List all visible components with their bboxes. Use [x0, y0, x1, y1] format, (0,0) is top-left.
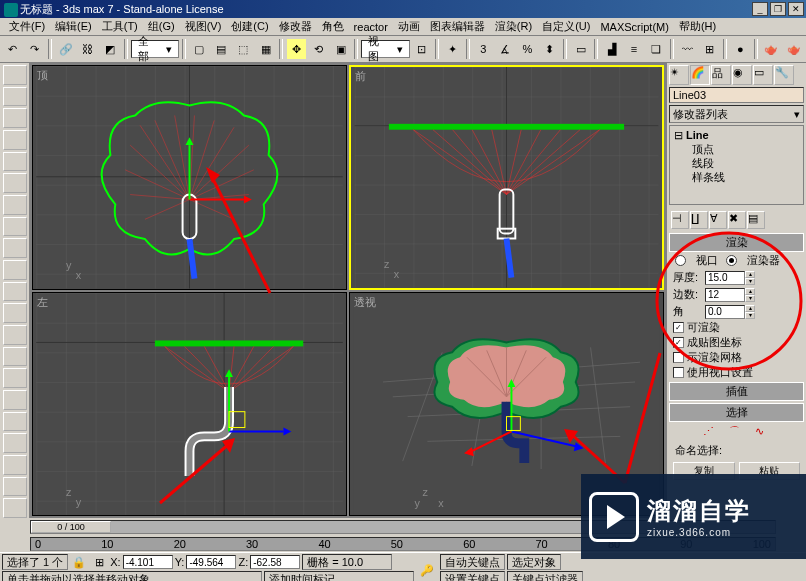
spring-icon[interactable] — [3, 238, 27, 258]
motor-icon[interactable] — [3, 282, 27, 302]
render-scene-button[interactable]: 🫖 — [761, 38, 782, 60]
time-thumb[interactable]: 0 / 100 — [31, 521, 111, 533]
configure-icon[interactable]: ▤ — [747, 211, 765, 229]
remove-mod-icon[interactable]: ✖ — [728, 211, 746, 229]
viewport-front[interactable]: 前 xz — [349, 65, 664, 290]
sel-set-combo[interactable]: 选定对象 — [507, 554, 561, 570]
toy-icon[interactable] — [3, 325, 27, 345]
viewport-top[interactable]: 顶 x y — [32, 65, 347, 290]
align-button[interactable]: ≡ — [623, 38, 644, 60]
sides-down[interactable]: ▾ — [745, 295, 755, 302]
key-mode-icon[interactable]: 🔑 — [416, 556, 438, 582]
subobject-icons[interactable]: ⋰ ⌒ ∿ — [669, 422, 804, 441]
autokey-button[interactable]: 自动关键点 — [440, 554, 505, 570]
select-region-button[interactable]: ⬚ — [233, 38, 254, 60]
menu-view[interactable]: 视图(V) — [180, 19, 227, 34]
spinner-snap-button[interactable]: ⬍ — [539, 38, 560, 60]
tab-display-icon[interactable]: ▭ — [753, 65, 773, 85]
material-button[interactable]: ● — [730, 38, 751, 60]
z-field[interactable] — [250, 555, 300, 569]
move-button[interactable]: ✥ — [286, 38, 307, 60]
chk-renderable[interactable]: ✓ — [673, 322, 684, 333]
mesh-icon[interactable] — [3, 195, 27, 215]
rope-icon[interactable] — [3, 173, 27, 193]
menu-reactor[interactable]: reactor — [349, 21, 393, 33]
rotate-button[interactable]: ⟲ — [308, 38, 329, 60]
menu-customize[interactable]: 自定义(U) — [537, 19, 595, 34]
restore-button[interactable]: ❐ — [770, 2, 786, 16]
pin-stack-icon[interactable]: ⊣ — [671, 211, 689, 229]
layers-button[interactable]: ❏ — [645, 38, 666, 60]
thickness-field[interactable] — [705, 271, 745, 285]
ragdoll-icon[interactable] — [3, 412, 27, 432]
angle-field[interactable] — [705, 305, 745, 319]
menu-character[interactable]: 角色 — [317, 19, 349, 34]
water-icon[interactable] — [3, 368, 27, 388]
prismatic-icon[interactable] — [3, 477, 27, 497]
object-name-field[interactable]: Line03 — [669, 87, 804, 103]
schematic-button[interactable]: ⊞ — [699, 38, 720, 60]
menu-edit[interactable]: 编辑(E) — [50, 19, 97, 34]
make-unique-icon[interactable]: ∀ — [709, 211, 727, 229]
menu-tools[interactable]: 工具(T) — [97, 19, 143, 34]
preview-icon[interactable] — [3, 498, 27, 518]
menu-create[interactable]: 创建(C) — [226, 19, 273, 34]
angle-up[interactable]: ▴ — [745, 305, 755, 312]
sides-field[interactable] — [705, 288, 745, 302]
menu-help[interactable]: 帮助(H) — [674, 19, 721, 34]
unlink-button[interactable]: ⛓ — [77, 38, 98, 60]
menu-modifiers[interactable]: 修改器 — [274, 19, 317, 34]
modifier-list-combo[interactable]: 修改器列表▾ — [669, 105, 804, 123]
rollout-render[interactable]: 渲染 — [669, 233, 804, 252]
dashpot-icon[interactable] — [3, 260, 27, 280]
tab-motion-icon[interactable]: ◉ — [732, 65, 752, 85]
selection-filter-combo[interactable]: 全部▾ — [131, 40, 179, 58]
quick-render-button[interactable]: 🫖 — [783, 38, 804, 60]
hinge-icon[interactable] — [3, 433, 27, 453]
bind-button[interactable]: ◩ — [99, 38, 120, 60]
chk-genmap[interactable]: ✓ — [673, 337, 684, 348]
x-field[interactable] — [123, 555, 173, 569]
named-sel-button[interactable]: ▭ — [570, 38, 591, 60]
tab-panel-icon[interactable] — [3, 65, 27, 85]
mirror-button[interactable]: ▟ — [601, 38, 622, 60]
window-crossing-button[interactable]: ▦ — [255, 38, 276, 60]
percent-snap-button[interactable]: % — [517, 38, 538, 60]
undo-button[interactable]: ↶ — [2, 38, 23, 60]
menu-group[interactable]: 组(G) — [143, 19, 180, 34]
tab-create-icon[interactable]: ✴ — [669, 65, 689, 85]
menu-file[interactable]: 文件(F) — [4, 19, 50, 34]
point-icon[interactable] — [3, 455, 27, 475]
chk-usevp[interactable] — [673, 367, 684, 378]
radio-renderer[interactable] — [726, 255, 737, 266]
modifier-stack[interactable]: ⊟ Line 顶点 线段 样条线 — [670, 126, 803, 186]
abs-mode-icon[interactable]: ⊞ — [90, 554, 108, 570]
rigid-icon[interactable] — [3, 108, 27, 128]
lock-icon[interactable]: 🔒 — [70, 554, 88, 570]
curve-editor-button[interactable]: 〰 — [677, 38, 698, 60]
sides-up[interactable]: ▴ — [745, 288, 755, 295]
rollout-selection[interactable]: 选择 — [669, 403, 804, 422]
select-button[interactable]: ▢ — [189, 38, 210, 60]
snap-button[interactable]: 3 — [473, 38, 494, 60]
cloth-icon[interactable] — [3, 130, 27, 150]
pivot-button[interactable]: ⊡ — [411, 38, 432, 60]
angle-down[interactable]: ▾ — [745, 312, 755, 319]
tab-modify-icon[interactable]: 🌈 — [690, 65, 710, 85]
wind-icon[interactable] — [3, 303, 27, 323]
soft-icon[interactable] — [3, 152, 27, 172]
select-manip-button[interactable]: ✦ — [442, 38, 463, 60]
setkey-button[interactable]: 设置关键点 — [440, 571, 505, 581]
close-button[interactable]: ✕ — [788, 2, 804, 16]
radio-viewport[interactable] — [675, 255, 686, 266]
fracture-icon[interactable] — [3, 347, 27, 367]
time-tag[interactable]: 添加时间标记 — [264, 571, 414, 581]
plane-icon[interactable] — [3, 217, 27, 237]
chk-dispmesh[interactable] — [673, 352, 684, 363]
menu-graph[interactable]: 图表编辑器 — [425, 19, 490, 34]
reactor-icon[interactable] — [3, 87, 27, 107]
tab-hierarchy-icon[interactable]: 品 — [711, 65, 731, 85]
show-result-icon[interactable]: ∐ — [690, 211, 708, 229]
minimize-button[interactable]: _ — [752, 2, 768, 16]
menu-animation[interactable]: 动画 — [393, 19, 425, 34]
